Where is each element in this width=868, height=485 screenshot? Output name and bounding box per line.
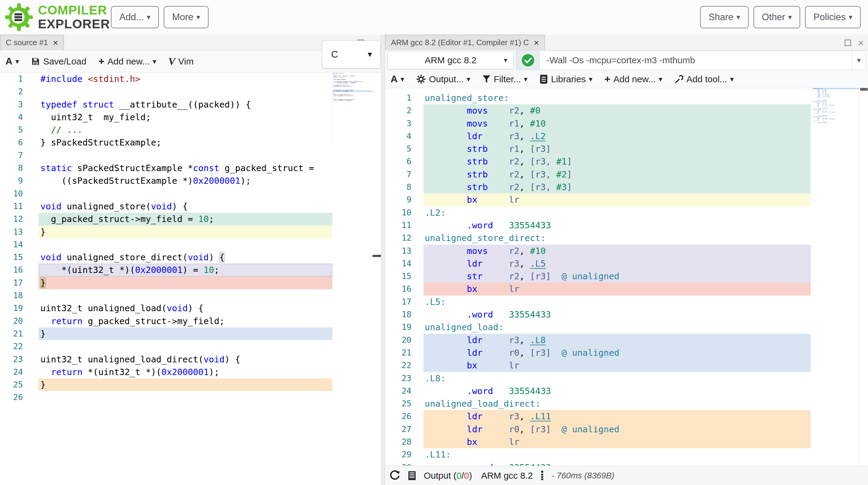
tab-compiler[interactable]: ARM gcc 8.2 (Editor #1, Compiler #1) C × <box>385 35 545 50</box>
output-count[interactable]: Output (0/0) <box>424 471 472 481</box>
code-line[interactable]: 13 movs r2, #10 <box>385 245 868 257</box>
code-line[interactable]: 26 ldr r3, .L11 <box>385 410 868 423</box>
code-line[interactable]: 25} <box>0 378 381 391</box>
code-line[interactable]: 5 // ... <box>0 124 381 136</box>
code-line[interactable]: 3typedef struct __attribute__((packed)) … <box>0 98 381 111</box>
code-line[interactable]: 23.L8: <box>385 372 868 385</box>
code-line[interactable]: 1unaligned_store: <box>385 92 868 104</box>
code-line[interactable]: 2 movs r2, #0 <box>385 104 868 117</box>
code-line[interactable]: 14 ldr r3, .L5 <box>385 257 868 270</box>
compiler-info-button[interactable] <box>540 471 544 481</box>
code-line[interactable]: 9 ((sPackedStructExample *)0x2000001); <box>0 174 381 187</box>
assembly-minimap[interactable]: unaligned_store: movs r2, #0 movs r1, #1… <box>813 88 859 166</box>
code-line[interactable]: 16 bx lr <box>385 283 868 295</box>
close-icon[interactable]: × <box>53 38 58 47</box>
code-line[interactable]: 4 uint32_t my_field; <box>0 111 381 124</box>
recompile-button[interactable] <box>390 470 400 481</box>
code-line[interactable]: 5 strb r1, [r3] <box>385 142 868 155</box>
share-menu-button[interactable]: Share ▾ <box>700 6 749 28</box>
close-icon[interactable]: × <box>534 38 539 47</box>
code-line[interactable]: 17.L5: <box>385 295 868 308</box>
code-line[interactable]: 18 .word 33554433 <box>385 308 868 321</box>
add-new-button[interactable]: + Add new... ▾ <box>604 73 662 85</box>
output-options-button[interactable]: Output... ▾ <box>416 74 470 84</box>
language-select[interactable]: C ▼ <box>322 41 380 68</box>
code-line[interactable]: 19unaligned_load: <box>385 321 868 333</box>
code-line[interactable]: 23uint32_t unaligned_load_direct(void) { <box>0 353 381 366</box>
code-line[interactable]: 6 strb r2, [r3, #1] <box>385 155 868 168</box>
font-size-button[interactable]: A ▾ <box>391 73 404 85</box>
code-line[interactable]: 15 str r2, [r3] @ unaligned <box>385 270 868 283</box>
code-line[interactable]: 20 ldr r3, .L8 <box>385 334 868 347</box>
code-line[interactable]: 26 <box>0 391 381 404</box>
add-tool-button[interactable]: Add tool... ▾ <box>674 74 734 84</box>
code-line[interactable]: 12unaligned_store_direct: <box>385 232 868 244</box>
code-line[interactable]: 21 ldr r0, [r3] @ unaligned <box>385 347 868 359</box>
code-line[interactable]: 24 .word 33554433 <box>385 385 868 397</box>
pane-splitter[interactable] <box>381 35 385 485</box>
more-menu-button[interactable]: More ▾ <box>164 6 209 28</box>
add-menu-button[interactable]: Add... ▾ <box>111 6 159 28</box>
code-line[interactable]: 13} <box>0 226 381 238</box>
funnel-icon <box>482 75 491 84</box>
vim-toggle-button[interactable]: V Vim <box>168 56 194 67</box>
save-load-button[interactable]: Save/Load <box>31 56 86 67</box>
font-size-button[interactable]: A ▾ <box>5 56 19 67</box>
code-line[interactable]: 15void unaligned_store_direct(void) { <box>0 251 381 264</box>
code-line[interactable]: 14 <box>0 238 381 251</box>
options-dropdown-toggle[interactable]: ▾ <box>852 51 866 70</box>
code-line[interactable]: 30 .word 33554433 <box>385 461 868 466</box>
assembly-output-editor[interactable]: 1unaligned_store:2 movs r2, #03 movs r1,… <box>385 88 868 466</box>
scrollbar-thumb[interactable] <box>860 88 868 91</box>
code-line[interactable]: 4 ldr r3, .L2 <box>385 130 868 142</box>
code-line[interactable]: 11void unaligned_store(void) { <box>0 200 381 213</box>
compiler-explorer-logo[interactable]: COMPILER EXPLORER <box>4 2 110 32</box>
tab-c-source[interactable]: C source #1 × <box>0 35 64 50</box>
code-line[interactable]: 19uint32_t unaligned_load(void) { <box>0 302 381 315</box>
add-new-button[interactable]: + Add new... ▾ <box>98 56 156 67</box>
code-line[interactable]: 8 strb r2, [r3, #3] <box>385 181 868 193</box>
assembly-scrollbar[interactable] <box>859 88 868 466</box>
code-line[interactable]: 12 g_packed_struct->my_field = 10; <box>0 213 381 225</box>
chevron-down-icon: ▾ <box>737 13 740 21</box>
code-line[interactable]: 10 <box>0 187 381 200</box>
source-code-editor[interactable]: 1#include <stdint.h>23typedef struct __a… <box>0 72 381 485</box>
splitter-drag-handle[interactable] <box>373 255 381 257</box>
code-line[interactable]: 16 *(uint32_t *)(0x2000001) = 10; <box>0 264 381 276</box>
code-line[interactable]: 29.L11: <box>385 448 868 461</box>
check-circle-icon <box>521 54 535 67</box>
libraries-button[interactable]: Libraries ▾ <box>539 74 592 84</box>
code-line[interactable]: 27 ldr r0, [r3] @ unaligned <box>385 423 868 435</box>
maximize-icon[interactable] <box>844 39 851 46</box>
compiler-options-input[interactable] <box>539 51 852 70</box>
filter-button[interactable]: Filter... ▾ <box>482 74 527 84</box>
fail-count: 0 <box>464 471 469 481</box>
close-icon[interactable]: × <box>858 38 864 48</box>
other-menu-label: Other <box>762 12 785 23</box>
code-line[interactable]: 24 return *(uint32_t *)(0x2000001); <box>0 366 381 378</box>
code-line[interactable]: 28 bx lr <box>385 435 868 448</box>
code-line[interactable]: 9 bx lr <box>385 193 868 206</box>
code-line[interactable]: 8static sPackedStructExample *const g_pa… <box>0 162 381 174</box>
code-line[interactable]: 2 <box>0 85 381 98</box>
code-line[interactable]: 22 bx lr <box>385 359 868 372</box>
output-toggle-button[interactable] <box>407 471 416 481</box>
compiler-picker[interactable]: ARM gcc 8.2 ▾ <box>388 51 514 69</box>
code-line[interactable]: 18 <box>0 289 381 302</box>
code-line[interactable]: 1#include <stdint.h> <box>0 73 381 85</box>
code-line[interactable]: 10.L2: <box>385 206 868 219</box>
code-line[interactable]: 7 <box>0 149 381 162</box>
code-line[interactable]: 21} <box>0 327 381 340</box>
share-menu-label: Share <box>709 12 734 23</box>
source-minimap[interactable]: #include <stdint.h>typedef struct __attr… <box>333 73 373 145</box>
code-line[interactable]: 25unaligned_load_direct: <box>385 397 868 410</box>
policies-menu-button[interactable]: Policies ▾ <box>805 6 861 28</box>
code-line[interactable]: 17} <box>0 277 381 289</box>
other-menu-button[interactable]: Other ▾ <box>753 6 801 28</box>
code-line[interactable]: 22 <box>0 340 381 353</box>
code-line[interactable]: 6} sPackedStructExample; <box>0 136 381 149</box>
code-line[interactable]: 3 movs r1, #10 <box>385 117 868 130</box>
code-line[interactable]: 20 return g_packed_struct->my_field; <box>0 315 381 327</box>
code-line[interactable]: 7 strb r2, [r3, #2] <box>385 168 868 181</box>
code-line[interactable]: 11 .word 33554433 <box>385 219 868 232</box>
